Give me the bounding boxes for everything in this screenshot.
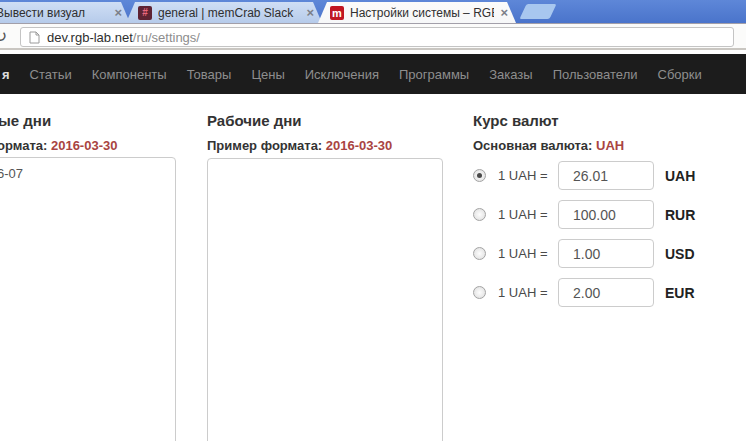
new-tab-button[interactable] xyxy=(520,4,557,19)
holidays-heading-partial: ые дни xyxy=(0,112,51,129)
currency-row: 1 UAH = EUR xyxy=(473,277,695,308)
rate-input[interactable] xyxy=(558,200,654,229)
browser-tab-strip: 78] Вывести визуал × # general | memCrab… xyxy=(0,0,746,23)
base-currency-label: Основная валюта: UAH xyxy=(473,138,624,153)
close-icon[interactable]: × xyxy=(500,6,508,19)
workdays-format-label: Пример формата: 2016-03-30 xyxy=(207,138,392,153)
address-bar[interactable]: dev.rgb-lab.net/ru/settings/ xyxy=(20,27,734,47)
format-example: 2016-03-30 xyxy=(326,138,393,153)
currency-row: 1 UAH = USD xyxy=(473,238,695,269)
holidays-textarea[interactable]: 6-07 xyxy=(0,157,176,441)
currency-code-label: USD xyxy=(665,246,695,262)
currency-heading: Курс валют xyxy=(473,112,559,129)
nav-item[interactable]: Программы xyxy=(399,67,469,82)
nav-item[interactable]: Сборки xyxy=(658,67,702,82)
currency-code-label: RUR xyxy=(665,207,695,223)
page-icon xyxy=(29,31,40,44)
nav-item[interactable]: Товары xyxy=(187,67,232,82)
currency-row: 1 UAH = RUR xyxy=(473,199,695,230)
memcrab-m-icon: m xyxy=(330,6,344,20)
nav-item[interactable]: Цены xyxy=(251,67,284,82)
browser-tab-2[interactable]: # general | memCrab Slack × xyxy=(126,2,322,23)
tab-title: Настройки системы – RGB xyxy=(350,6,494,20)
currency-code-label: UAH xyxy=(665,168,695,184)
rate-input[interactable] xyxy=(558,239,654,268)
workdays-heading: Рабочие дни xyxy=(207,112,301,129)
url-text: dev.rgb-lab.net/ru/settings/ xyxy=(47,30,200,45)
format-label-text: ормата: xyxy=(0,138,47,153)
currency-radio[interactable] xyxy=(473,208,486,221)
rate-prefix-label: 1 UAH = xyxy=(498,168,558,183)
rate-prefix-label: 1 UAH = xyxy=(498,246,558,261)
nav-item[interactable]: Исключения xyxy=(305,67,379,82)
reload-icon[interactable]: ↻ xyxy=(0,26,7,47)
nav-item[interactable]: Статьи xyxy=(30,67,72,82)
currency-code-label: EUR xyxy=(665,285,695,301)
browser-tab-1[interactable]: 78] Вывести визуал × xyxy=(0,2,130,23)
url-host: dev.rgb-lab.net xyxy=(47,30,133,45)
workdays-textarea[interactable] xyxy=(207,158,443,441)
format-example: 2016-03-30 xyxy=(51,138,118,153)
nav-item[interactable]: Заказы xyxy=(489,67,532,82)
close-icon[interactable]: × xyxy=(306,6,314,19)
base-currency-label-text: Основная валюта: xyxy=(473,138,592,153)
rate-input[interactable] xyxy=(558,161,654,190)
rate-prefix-label: 1 UAH = xyxy=(498,285,558,300)
browser-toolbar: ↻ dev.rgb-lab.net/ru/settings/ xyxy=(0,23,746,50)
tab-title: general | memCrab Slack xyxy=(158,6,300,20)
url-path: /ru/settings/ xyxy=(133,30,200,45)
screen: 78] Вывести визуал × # general | memCrab… xyxy=(0,0,746,441)
base-currency-value: UAH xyxy=(596,138,624,153)
holidays-format-label: ормата: 2016-03-30 xyxy=(0,138,117,153)
currency-radio[interactable] xyxy=(473,247,486,260)
slack-hash-icon: # xyxy=(138,6,152,20)
currency-radio[interactable] xyxy=(473,286,486,299)
nav-item[interactable]: Пользователи xyxy=(553,67,638,82)
currency-row: 1 UAH = UAH xyxy=(473,160,695,191)
currency-radio[interactable] xyxy=(473,169,486,182)
browser-tab-3-active[interactable]: m Настройки системы – RGB × xyxy=(318,2,516,23)
close-icon[interactable]: × xyxy=(114,6,122,19)
nav-item-active-partial[interactable]: я xyxy=(2,67,10,82)
rate-input[interactable] xyxy=(558,278,654,307)
site-navbar: я Статьи Компоненты Товары Цены Исключен… xyxy=(0,54,746,94)
nav-item[interactable]: Компоненты xyxy=(92,67,167,82)
tab-title: 78] Вывести визуал xyxy=(0,6,108,20)
rate-prefix-label: 1 UAH = xyxy=(498,207,558,222)
currency-rows: 1 UAH = UAH 1 UAH = RUR 1 UAH = USD 1 UA… xyxy=(473,160,695,316)
format-label-text: Пример формата: xyxy=(207,138,322,153)
